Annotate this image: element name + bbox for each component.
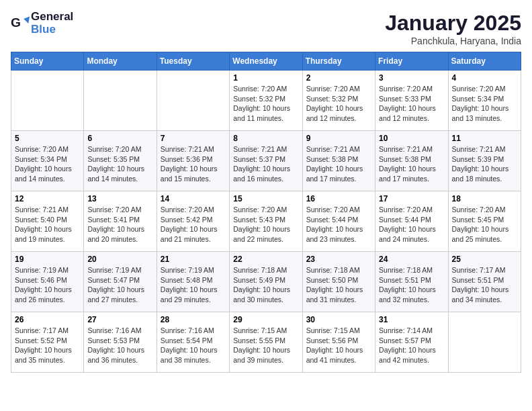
day-info: Sunrise: 7:21 AMSunset: 5:36 PMDaylight:… <box>161 144 226 184</box>
calendar-cell <box>448 312 521 373</box>
logo-icon: G <box>11 14 30 33</box>
day-number: 28 <box>161 315 226 324</box>
day-number: 4 <box>452 73 517 83</box>
calendar-cell: 26Sunrise: 7:17 AMSunset: 5:52 PMDayligh… <box>11 312 84 373</box>
day-number: 5 <box>15 134 80 143</box>
calendar-cell: 22Sunrise: 7:18 AMSunset: 5:49 PMDayligh… <box>230 252 302 312</box>
day-info: Sunrise: 7:18 AMSunset: 5:51 PMDaylight:… <box>379 265 444 305</box>
day-info: Sunrise: 7:17 AMSunset: 5:52 PMDaylight:… <box>15 326 80 365</box>
day-number: 10 <box>379 134 444 143</box>
calendar-cell: 7Sunrise: 7:21 AMSunset: 5:36 PMDaylight… <box>157 131 229 191</box>
day-info: Sunrise: 7:19 AMSunset: 5:48 PMDaylight:… <box>161 265 226 305</box>
col-header-sunday: Sunday <box>11 52 84 71</box>
day-number: 16 <box>306 194 371 203</box>
day-number: 22 <box>233 255 298 264</box>
day-info: Sunrise: 7:20 AMSunset: 5:44 PMDaylight:… <box>306 205 371 244</box>
calendar-cell <box>11 71 84 131</box>
col-header-saturday: Saturday <box>448 52 521 71</box>
day-info: Sunrise: 7:16 AMSunset: 5:53 PMDaylight:… <box>87 326 152 365</box>
col-header-thursday: Thursday <box>302 52 375 71</box>
calendar-cell: 13Sunrise: 7:20 AMSunset: 5:41 PMDayligh… <box>84 191 157 252</box>
col-header-wednesday: Wednesday <box>230 52 302 71</box>
day-number: 29 <box>233 315 298 324</box>
day-number: 12 <box>15 194 80 203</box>
day-number: 24 <box>379 255 444 264</box>
day-info: Sunrise: 7:17 AMSunset: 5:51 PMDaylight:… <box>452 265 517 305</box>
calendar-week-0: 1Sunrise: 7:20 AMSunset: 5:32 PMDaylight… <box>11 71 521 131</box>
calendar-cell: 9Sunrise: 7:21 AMSunset: 5:38 PMDaylight… <box>302 131 375 191</box>
day-number: 11 <box>452 134 517 143</box>
calendar-header-row: SundayMondayTuesdayWednesdayThursdayFrid… <box>11 52 521 71</box>
calendar-cell: 21Sunrise: 7:19 AMSunset: 5:48 PMDayligh… <box>157 252 229 312</box>
day-number: 30 <box>306 315 371 324</box>
day-number: 25 <box>452 255 517 264</box>
day-number: 19 <box>15 255 80 264</box>
day-number: 3 <box>379 73 444 83</box>
day-info: Sunrise: 7:20 AMSunset: 5:34 PMDaylight:… <box>15 144 80 184</box>
day-number: 23 <box>306 255 371 264</box>
day-info: Sunrise: 7:15 AMSunset: 5:55 PMDaylight:… <box>233 326 298 365</box>
title-block: January 2025 Panchkula, Haryana, India <box>385 11 521 46</box>
day-info: Sunrise: 7:20 AMSunset: 5:32 PMDaylight:… <box>233 84 298 124</box>
day-info: Sunrise: 7:16 AMSunset: 5:54 PMDaylight:… <box>161 326 226 365</box>
day-number: 26 <box>15 315 80 324</box>
day-number: 8 <box>233 134 298 143</box>
calendar-cell: 30Sunrise: 7:15 AMSunset: 5:56 PMDayligh… <box>302 312 375 373</box>
calendar-cell: 5Sunrise: 7:20 AMSunset: 5:34 PMDaylight… <box>11 131 84 191</box>
day-number: 6 <box>87 134 152 143</box>
day-info: Sunrise: 7:19 AMSunset: 5:47 PMDaylight:… <box>87 265 152 305</box>
svg-text:G: G <box>11 15 21 30</box>
day-info: Sunrise: 7:20 AMSunset: 5:45 PMDaylight:… <box>452 205 517 244</box>
day-info: Sunrise: 7:20 AMSunset: 5:35 PMDaylight:… <box>87 144 152 184</box>
calendar-cell: 3Sunrise: 7:20 AMSunset: 5:33 PMDaylight… <box>375 71 448 131</box>
day-info: Sunrise: 7:21 AMSunset: 5:38 PMDaylight:… <box>306 144 371 184</box>
day-info: Sunrise: 7:15 AMSunset: 5:56 PMDaylight:… <box>306 326 371 365</box>
calendar-cell: 1Sunrise: 7:20 AMSunset: 5:32 PMDaylight… <box>230 71 302 131</box>
day-info: Sunrise: 7:21 AMSunset: 5:39 PMDaylight:… <box>452 144 517 184</box>
day-info: Sunrise: 7:20 AMSunset: 5:34 PMDaylight:… <box>452 84 517 124</box>
day-number: 17 <box>379 194 444 203</box>
day-info: Sunrise: 7:14 AMSunset: 5:57 PMDaylight:… <box>379 326 444 365</box>
calendar-week-1: 5Sunrise: 7:20 AMSunset: 5:34 PMDaylight… <box>11 131 521 191</box>
calendar-table: SundayMondayTuesdayWednesdayThursdayFrid… <box>11 52 521 373</box>
svg-marker-1 <box>24 16 30 24</box>
calendar-cell: 31Sunrise: 7:14 AMSunset: 5:57 PMDayligh… <box>375 312 448 373</box>
day-number: 14 <box>161 194 226 203</box>
day-info: Sunrise: 7:20 AMSunset: 5:44 PMDaylight:… <box>379 205 444 244</box>
calendar-cell: 8Sunrise: 7:21 AMSunset: 5:37 PMDaylight… <box>230 131 302 191</box>
calendar-cell: 19Sunrise: 7:19 AMSunset: 5:46 PMDayligh… <box>11 252 84 312</box>
col-header-tuesday: Tuesday <box>157 52 229 71</box>
day-info: Sunrise: 7:21 AMSunset: 5:37 PMDaylight:… <box>233 144 298 184</box>
calendar-cell: 27Sunrise: 7:16 AMSunset: 5:53 PMDayligh… <box>84 312 157 373</box>
day-number: 1 <box>233 73 298 83</box>
calendar-cell: 16Sunrise: 7:20 AMSunset: 5:44 PMDayligh… <box>302 191 375 252</box>
day-number: 18 <box>452 194 517 203</box>
day-info: Sunrise: 7:21 AMSunset: 5:40 PMDaylight:… <box>15 205 80 244</box>
day-number: 15 <box>233 194 298 203</box>
col-header-monday: Monday <box>84 52 157 71</box>
day-number: 20 <box>87 255 152 264</box>
calendar-cell: 11Sunrise: 7:21 AMSunset: 5:39 PMDayligh… <box>448 131 521 191</box>
page-header: G General Blue January 2025 Panchkula, H… <box>11 11 521 46</box>
calendar-cell: 28Sunrise: 7:16 AMSunset: 5:54 PMDayligh… <box>157 312 229 373</box>
day-number: 13 <box>87 194 152 203</box>
day-info: Sunrise: 7:20 AMSunset: 5:32 PMDaylight:… <box>306 84 371 124</box>
calendar-cell: 29Sunrise: 7:15 AMSunset: 5:55 PMDayligh… <box>230 312 302 373</box>
calendar-week-4: 26Sunrise: 7:17 AMSunset: 5:52 PMDayligh… <box>11 312 521 373</box>
day-number: 2 <box>306 73 371 83</box>
calendar-cell: 20Sunrise: 7:19 AMSunset: 5:47 PMDayligh… <box>84 252 157 312</box>
day-info: Sunrise: 7:18 AMSunset: 5:49 PMDaylight:… <box>233 265 298 305</box>
day-info: Sunrise: 7:20 AMSunset: 5:42 PMDaylight:… <box>161 205 226 244</box>
logo: G General Blue <box>11 11 73 36</box>
calendar-cell: 23Sunrise: 7:18 AMSunset: 5:50 PMDayligh… <box>302 252 375 312</box>
calendar-cell: 2Sunrise: 7:20 AMSunset: 5:32 PMDaylight… <box>302 71 375 131</box>
day-number: 31 <box>379 315 444 324</box>
day-info: Sunrise: 7:21 AMSunset: 5:38 PMDaylight:… <box>379 144 444 184</box>
calendar-cell: 6Sunrise: 7:20 AMSunset: 5:35 PMDaylight… <box>84 131 157 191</box>
calendar-week-2: 12Sunrise: 7:21 AMSunset: 5:40 PMDayligh… <box>11 191 521 252</box>
day-info: Sunrise: 7:20 AMSunset: 5:33 PMDaylight:… <box>379 84 444 124</box>
location-subtitle: Panchkula, Haryana, India <box>385 36 521 46</box>
day-info: Sunrise: 7:19 AMSunset: 5:46 PMDaylight:… <box>15 265 80 305</box>
calendar-cell: 10Sunrise: 7:21 AMSunset: 5:38 PMDayligh… <box>375 131 448 191</box>
calendar-cell <box>84 71 157 131</box>
